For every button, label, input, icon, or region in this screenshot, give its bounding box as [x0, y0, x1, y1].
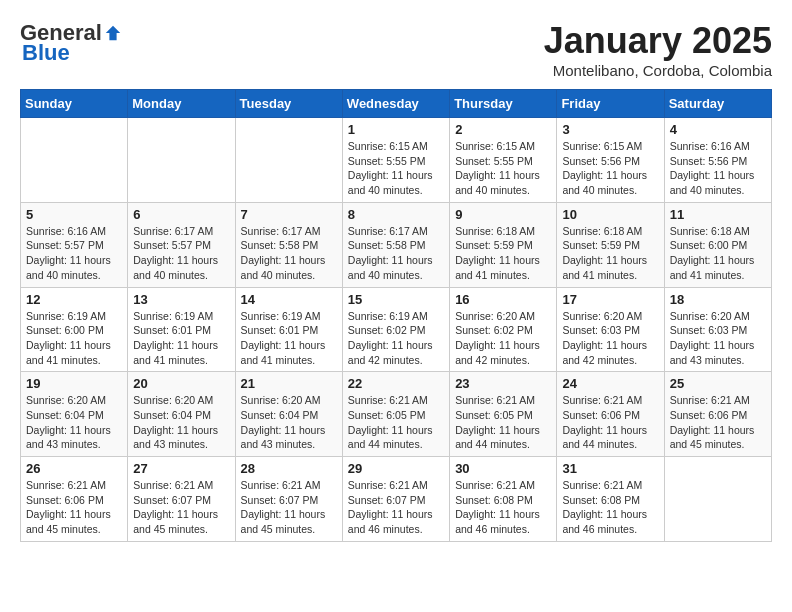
calendar-day-cell: 7Sunrise: 6:17 AMSunset: 5:58 PMDaylight… [235, 202, 342, 287]
calendar-day-cell: 9Sunrise: 6:18 AMSunset: 5:59 PMDaylight… [450, 202, 557, 287]
day-number: 13 [133, 292, 229, 307]
calendar-day-cell: 2Sunrise: 6:15 AMSunset: 5:55 PMDaylight… [450, 118, 557, 203]
day-number: 8 [348, 207, 444, 222]
day-number: 10 [562, 207, 658, 222]
svg-marker-0 [106, 26, 120, 40]
day-info: Sunrise: 6:21 AMSunset: 6:05 PMDaylight:… [455, 393, 551, 452]
calendar-day-cell: 30Sunrise: 6:21 AMSunset: 6:08 PMDayligh… [450, 457, 557, 542]
calendar-day-cell: 10Sunrise: 6:18 AMSunset: 5:59 PMDayligh… [557, 202, 664, 287]
day-number: 18 [670, 292, 766, 307]
calendar-day-cell: 26Sunrise: 6:21 AMSunset: 6:06 PMDayligh… [21, 457, 128, 542]
day-info: Sunrise: 6:16 AMSunset: 5:56 PMDaylight:… [670, 139, 766, 198]
day-number: 24 [562, 376, 658, 391]
day-info: Sunrise: 6:21 AMSunset: 6:06 PMDaylight:… [26, 478, 122, 537]
day-number: 20 [133, 376, 229, 391]
calendar-day-cell: 14Sunrise: 6:19 AMSunset: 6:01 PMDayligh… [235, 287, 342, 372]
day-number: 5 [26, 207, 122, 222]
day-info: Sunrise: 6:20 AMSunset: 6:04 PMDaylight:… [26, 393, 122, 452]
day-number: 31 [562, 461, 658, 476]
calendar-week-row: 1Sunrise: 6:15 AMSunset: 5:55 PMDaylight… [21, 118, 772, 203]
month-title: January 2025 [544, 20, 772, 62]
page-header: General Blue January 2025 Montelibano, C… [20, 20, 772, 79]
day-number: 30 [455, 461, 551, 476]
day-number: 16 [455, 292, 551, 307]
calendar-week-row: 5Sunrise: 6:16 AMSunset: 5:57 PMDaylight… [21, 202, 772, 287]
day-number: 27 [133, 461, 229, 476]
calendar-day-cell [664, 457, 771, 542]
day-number: 23 [455, 376, 551, 391]
day-info: Sunrise: 6:15 AMSunset: 5:56 PMDaylight:… [562, 139, 658, 198]
calendar-day-cell: 22Sunrise: 6:21 AMSunset: 6:05 PMDayligh… [342, 372, 449, 457]
day-info: Sunrise: 6:20 AMSunset: 6:03 PMDaylight:… [670, 309, 766, 368]
logo-blue-text: Blue [20, 40, 70, 66]
calendar-day-cell: 15Sunrise: 6:19 AMSunset: 6:02 PMDayligh… [342, 287, 449, 372]
day-info: Sunrise: 6:21 AMSunset: 6:06 PMDaylight:… [562, 393, 658, 452]
day-info: Sunrise: 6:20 AMSunset: 6:03 PMDaylight:… [562, 309, 658, 368]
calendar-day-cell: 18Sunrise: 6:20 AMSunset: 6:03 PMDayligh… [664, 287, 771, 372]
day-info: Sunrise: 6:21 AMSunset: 6:05 PMDaylight:… [348, 393, 444, 452]
day-info: Sunrise: 6:21 AMSunset: 6:08 PMDaylight:… [562, 478, 658, 537]
weekday-header-cell: Wednesday [342, 90, 449, 118]
day-info: Sunrise: 6:21 AMSunset: 6:07 PMDaylight:… [348, 478, 444, 537]
calendar-day-cell: 16Sunrise: 6:20 AMSunset: 6:02 PMDayligh… [450, 287, 557, 372]
weekday-header-cell: Monday [128, 90, 235, 118]
calendar-day-cell: 28Sunrise: 6:21 AMSunset: 6:07 PMDayligh… [235, 457, 342, 542]
calendar-week-row: 26Sunrise: 6:21 AMSunset: 6:06 PMDayligh… [21, 457, 772, 542]
day-info: Sunrise: 6:16 AMSunset: 5:57 PMDaylight:… [26, 224, 122, 283]
day-number: 14 [241, 292, 337, 307]
day-info: Sunrise: 6:20 AMSunset: 6:04 PMDaylight:… [133, 393, 229, 452]
calendar-day-cell: 6Sunrise: 6:17 AMSunset: 5:57 PMDaylight… [128, 202, 235, 287]
calendar-day-cell: 1Sunrise: 6:15 AMSunset: 5:55 PMDaylight… [342, 118, 449, 203]
calendar-day-cell: 24Sunrise: 6:21 AMSunset: 6:06 PMDayligh… [557, 372, 664, 457]
day-info: Sunrise: 6:21 AMSunset: 6:07 PMDaylight:… [241, 478, 337, 537]
day-number: 22 [348, 376, 444, 391]
calendar-week-row: 19Sunrise: 6:20 AMSunset: 6:04 PMDayligh… [21, 372, 772, 457]
calendar-day-cell: 21Sunrise: 6:20 AMSunset: 6:04 PMDayligh… [235, 372, 342, 457]
day-number: 9 [455, 207, 551, 222]
day-info: Sunrise: 6:19 AMSunset: 6:01 PMDaylight:… [241, 309, 337, 368]
day-info: Sunrise: 6:18 AMSunset: 6:00 PMDaylight:… [670, 224, 766, 283]
calendar-day-cell: 11Sunrise: 6:18 AMSunset: 6:00 PMDayligh… [664, 202, 771, 287]
calendar-day-cell: 13Sunrise: 6:19 AMSunset: 6:01 PMDayligh… [128, 287, 235, 372]
day-info: Sunrise: 6:15 AMSunset: 5:55 PMDaylight:… [455, 139, 551, 198]
weekday-header-cell: Sunday [21, 90, 128, 118]
calendar-day-cell: 8Sunrise: 6:17 AMSunset: 5:58 PMDaylight… [342, 202, 449, 287]
calendar-day-cell [235, 118, 342, 203]
day-info: Sunrise: 6:20 AMSunset: 6:02 PMDaylight:… [455, 309, 551, 368]
day-number: 26 [26, 461, 122, 476]
location-subtitle: Montelibano, Cordoba, Colombia [544, 62, 772, 79]
day-info: Sunrise: 6:18 AMSunset: 5:59 PMDaylight:… [562, 224, 658, 283]
day-info: Sunrise: 6:21 AMSunset: 6:07 PMDaylight:… [133, 478, 229, 537]
day-info: Sunrise: 6:20 AMSunset: 6:04 PMDaylight:… [241, 393, 337, 452]
day-number: 6 [133, 207, 229, 222]
day-info: Sunrise: 6:21 AMSunset: 6:06 PMDaylight:… [670, 393, 766, 452]
day-number: 21 [241, 376, 337, 391]
day-info: Sunrise: 6:15 AMSunset: 5:55 PMDaylight:… [348, 139, 444, 198]
day-number: 11 [670, 207, 766, 222]
weekday-header-cell: Saturday [664, 90, 771, 118]
calendar-day-cell: 29Sunrise: 6:21 AMSunset: 6:07 PMDayligh… [342, 457, 449, 542]
calendar-day-cell: 3Sunrise: 6:15 AMSunset: 5:56 PMDaylight… [557, 118, 664, 203]
day-number: 3 [562, 122, 658, 137]
weekday-header-cell: Tuesday [235, 90, 342, 118]
day-number: 19 [26, 376, 122, 391]
calendar-day-cell: 4Sunrise: 6:16 AMSunset: 5:56 PMDaylight… [664, 118, 771, 203]
logo-icon [104, 24, 122, 42]
calendar-day-cell [128, 118, 235, 203]
day-info: Sunrise: 6:17 AMSunset: 5:58 PMDaylight:… [348, 224, 444, 283]
day-info: Sunrise: 6:21 AMSunset: 6:08 PMDaylight:… [455, 478, 551, 537]
calendar-day-cell: 17Sunrise: 6:20 AMSunset: 6:03 PMDayligh… [557, 287, 664, 372]
day-info: Sunrise: 6:18 AMSunset: 5:59 PMDaylight:… [455, 224, 551, 283]
day-number: 17 [562, 292, 658, 307]
day-number: 7 [241, 207, 337, 222]
day-number: 29 [348, 461, 444, 476]
day-number: 15 [348, 292, 444, 307]
day-number: 4 [670, 122, 766, 137]
day-info: Sunrise: 6:19 AMSunset: 6:02 PMDaylight:… [348, 309, 444, 368]
weekday-header-cell: Friday [557, 90, 664, 118]
day-number: 2 [455, 122, 551, 137]
calendar-day-cell: 5Sunrise: 6:16 AMSunset: 5:57 PMDaylight… [21, 202, 128, 287]
calendar-day-cell: 23Sunrise: 6:21 AMSunset: 6:05 PMDayligh… [450, 372, 557, 457]
day-info: Sunrise: 6:17 AMSunset: 5:58 PMDaylight:… [241, 224, 337, 283]
logo: General Blue [20, 20, 122, 66]
